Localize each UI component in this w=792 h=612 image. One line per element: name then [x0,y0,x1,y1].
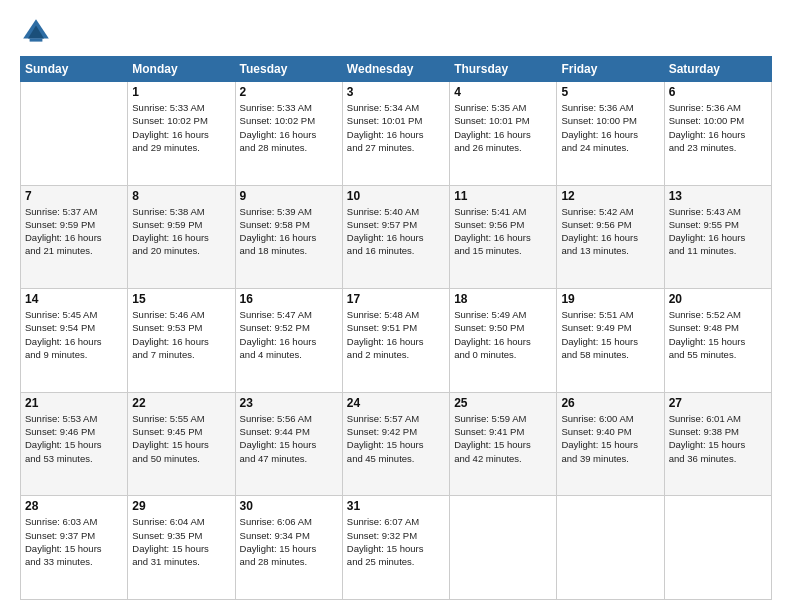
day-number: 14 [25,292,123,306]
calendar-week-row: 21Sunrise: 5:53 AMSunset: 9:46 PMDayligh… [21,392,772,496]
day-info: Sunrise: 5:57 AMSunset: 9:42 PMDaylight:… [347,412,445,465]
calendar-cell: 10Sunrise: 5:40 AMSunset: 9:57 PMDayligh… [342,185,449,289]
calendar-cell: 16Sunrise: 5:47 AMSunset: 9:52 PMDayligh… [235,289,342,393]
day-info: Sunrise: 5:49 AMSunset: 9:50 PMDaylight:… [454,308,552,361]
day-number: 15 [132,292,230,306]
day-number: 6 [669,85,767,99]
day-info: Sunrise: 5:46 AMSunset: 9:53 PMDaylight:… [132,308,230,361]
page: SundayMondayTuesdayWednesdayThursdayFrid… [0,0,792,612]
day-number: 3 [347,85,445,99]
day-info: Sunrise: 5:51 AMSunset: 9:49 PMDaylight:… [561,308,659,361]
calendar-week-row: 1Sunrise: 5:33 AMSunset: 10:02 PMDayligh… [21,82,772,186]
calendar-cell: 21Sunrise: 5:53 AMSunset: 9:46 PMDayligh… [21,392,128,496]
calendar-cell: 2Sunrise: 5:33 AMSunset: 10:02 PMDayligh… [235,82,342,186]
day-info: Sunrise: 6:07 AMSunset: 9:32 PMDaylight:… [347,515,445,568]
day-number: 19 [561,292,659,306]
calendar-week-row: 14Sunrise: 5:45 AMSunset: 9:54 PMDayligh… [21,289,772,393]
calendar-cell: 24Sunrise: 5:57 AMSunset: 9:42 PMDayligh… [342,392,449,496]
calendar-cell: 3Sunrise: 5:34 AMSunset: 10:01 PMDayligh… [342,82,449,186]
calendar-cell: 5Sunrise: 5:36 AMSunset: 10:00 PMDayligh… [557,82,664,186]
calendar-cell: 8Sunrise: 5:38 AMSunset: 9:59 PMDaylight… [128,185,235,289]
day-number: 9 [240,189,338,203]
day-info: Sunrise: 5:36 AMSunset: 10:00 PMDaylight… [669,101,767,154]
calendar-day-header: Wednesday [342,57,449,82]
calendar-day-header: Sunday [21,57,128,82]
day-number: 20 [669,292,767,306]
calendar-day-header: Friday [557,57,664,82]
calendar-day-header: Monday [128,57,235,82]
day-info: Sunrise: 5:38 AMSunset: 9:59 PMDaylight:… [132,205,230,258]
day-info: Sunrise: 5:47 AMSunset: 9:52 PMDaylight:… [240,308,338,361]
calendar-cell: 30Sunrise: 6:06 AMSunset: 9:34 PMDayligh… [235,496,342,600]
day-number: 4 [454,85,552,99]
day-info: Sunrise: 5:53 AMSunset: 9:46 PMDaylight:… [25,412,123,465]
day-info: Sunrise: 5:42 AMSunset: 9:56 PMDaylight:… [561,205,659,258]
day-info: Sunrise: 5:37 AMSunset: 9:59 PMDaylight:… [25,205,123,258]
calendar-cell: 26Sunrise: 6:00 AMSunset: 9:40 PMDayligh… [557,392,664,496]
day-info: Sunrise: 5:33 AMSunset: 10:02 PMDaylight… [132,101,230,154]
day-info: Sunrise: 5:59 AMSunset: 9:41 PMDaylight:… [454,412,552,465]
calendar-cell: 13Sunrise: 5:43 AMSunset: 9:55 PMDayligh… [664,185,771,289]
day-info: Sunrise: 5:48 AMSunset: 9:51 PMDaylight:… [347,308,445,361]
day-info: Sunrise: 5:45 AMSunset: 9:54 PMDaylight:… [25,308,123,361]
calendar-week-row: 7Sunrise: 5:37 AMSunset: 9:59 PMDaylight… [21,185,772,289]
calendar-cell: 28Sunrise: 6:03 AMSunset: 9:37 PMDayligh… [21,496,128,600]
calendar-cell: 12Sunrise: 5:42 AMSunset: 9:56 PMDayligh… [557,185,664,289]
calendar-cell: 25Sunrise: 5:59 AMSunset: 9:41 PMDayligh… [450,392,557,496]
calendar-cell: 15Sunrise: 5:46 AMSunset: 9:53 PMDayligh… [128,289,235,393]
day-number: 7 [25,189,123,203]
day-number: 13 [669,189,767,203]
day-info: Sunrise: 5:36 AMSunset: 10:00 PMDaylight… [561,101,659,154]
day-number: 18 [454,292,552,306]
day-number: 28 [25,499,123,513]
calendar-cell: 22Sunrise: 5:55 AMSunset: 9:45 PMDayligh… [128,392,235,496]
day-number: 1 [132,85,230,99]
svg-rect-2 [30,38,43,41]
day-number: 12 [561,189,659,203]
day-info: Sunrise: 5:43 AMSunset: 9:55 PMDaylight:… [669,205,767,258]
calendar-cell: 19Sunrise: 5:51 AMSunset: 9:49 PMDayligh… [557,289,664,393]
calendar-cell: 6Sunrise: 5:36 AMSunset: 10:00 PMDayligh… [664,82,771,186]
calendar-cell [557,496,664,600]
calendar-cell: 31Sunrise: 6:07 AMSunset: 9:32 PMDayligh… [342,496,449,600]
calendar-cell [21,82,128,186]
day-number: 11 [454,189,552,203]
calendar-cell: 27Sunrise: 6:01 AMSunset: 9:38 PMDayligh… [664,392,771,496]
day-number: 27 [669,396,767,410]
day-number: 8 [132,189,230,203]
calendar-cell: 18Sunrise: 5:49 AMSunset: 9:50 PMDayligh… [450,289,557,393]
day-info: Sunrise: 5:52 AMSunset: 9:48 PMDaylight:… [669,308,767,361]
day-number: 29 [132,499,230,513]
calendar-cell: 17Sunrise: 5:48 AMSunset: 9:51 PMDayligh… [342,289,449,393]
header [20,16,772,48]
day-info: Sunrise: 5:40 AMSunset: 9:57 PMDaylight:… [347,205,445,258]
calendar-day-header: Saturday [664,57,771,82]
calendar-cell: 14Sunrise: 5:45 AMSunset: 9:54 PMDayligh… [21,289,128,393]
calendar-cell: 11Sunrise: 5:41 AMSunset: 9:56 PMDayligh… [450,185,557,289]
day-info: Sunrise: 5:41 AMSunset: 9:56 PMDaylight:… [454,205,552,258]
calendar-day-header: Tuesday [235,57,342,82]
day-info: Sunrise: 6:00 AMSunset: 9:40 PMDaylight:… [561,412,659,465]
day-number: 16 [240,292,338,306]
calendar-cell [664,496,771,600]
day-number: 31 [347,499,445,513]
logo [20,16,56,48]
calendar-week-row: 28Sunrise: 6:03 AMSunset: 9:37 PMDayligh… [21,496,772,600]
day-info: Sunrise: 5:34 AMSunset: 10:01 PMDaylight… [347,101,445,154]
day-number: 17 [347,292,445,306]
day-number: 5 [561,85,659,99]
calendar-cell [450,496,557,600]
day-info: Sunrise: 6:01 AMSunset: 9:38 PMDaylight:… [669,412,767,465]
day-info: Sunrise: 5:56 AMSunset: 9:44 PMDaylight:… [240,412,338,465]
calendar-day-header: Thursday [450,57,557,82]
day-info: Sunrise: 6:06 AMSunset: 9:34 PMDaylight:… [240,515,338,568]
calendar-cell: 1Sunrise: 5:33 AMSunset: 10:02 PMDayligh… [128,82,235,186]
day-number: 26 [561,396,659,410]
day-number: 23 [240,396,338,410]
calendar-cell: 20Sunrise: 5:52 AMSunset: 9:48 PMDayligh… [664,289,771,393]
day-number: 22 [132,396,230,410]
day-info: Sunrise: 6:04 AMSunset: 9:35 PMDaylight:… [132,515,230,568]
day-number: 30 [240,499,338,513]
calendar-cell: 7Sunrise: 5:37 AMSunset: 9:59 PMDaylight… [21,185,128,289]
day-number: 24 [347,396,445,410]
